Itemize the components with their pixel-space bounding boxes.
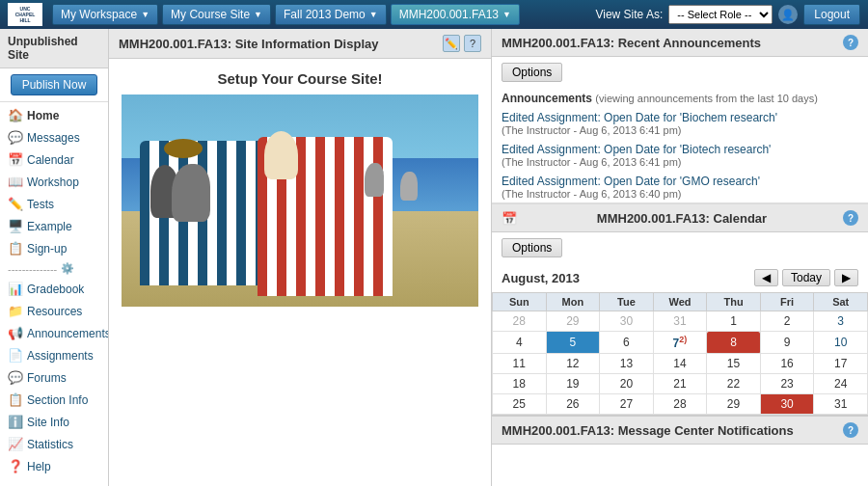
announcements-help-icon[interactable]: ? <box>843 35 858 50</box>
current-site-button[interactable]: MMH200.001.FA13 ▼ <box>391 4 520 25</box>
cal-cell-4-1[interactable]: 26 <box>546 394 600 415</box>
publish-now-button[interactable]: Publish Now <box>11 74 97 95</box>
calendar-next-button[interactable]: ▶ <box>834 269 858 286</box>
cal-cell-3-2[interactable]: 20 <box>600 374 654 394</box>
sidebar-item-label: Section Info <box>27 393 88 407</box>
sidebar-item-calendar[interactable]: 📅 Calendar <box>0 148 108 171</box>
sidebar-item-label: Messages <box>27 131 80 145</box>
role-select[interactable]: -- Select Role -- <box>668 5 773 24</box>
sidebar-item-example[interactable]: 🖥️ Example <box>0 215 108 237</box>
sidebar-item-help[interactable]: ❓ Help <box>0 455 108 477</box>
sidebar-item-label: Assignments <box>27 349 94 363</box>
announcement-meta-1: (The Instructor - Aug 6, 2013 6:41 pm) <box>502 124 858 136</box>
sidebar-header: Unpublished Site <box>0 29 108 68</box>
message-center-header: MMH200.001.FA13: Message Center Notifica… <box>492 415 868 445</box>
announcements-title: MMH200.001.FA13: Recent Announcements <box>502 36 761 50</box>
cal-cell-0-2[interactable]: 30 <box>600 311 654 332</box>
user-icon: 👤 <box>778 5 798 24</box>
sidebar-item-assignments[interactable]: 📄 Assignments <box>0 344 108 366</box>
sidebar-item-label: Gradebook <box>27 283 84 296</box>
announcements-subtext: (viewing announcements from the last 10 … <box>595 93 818 104</box>
announcements-section: MMH200.001.FA13: Recent Announcements ? … <box>492 29 868 204</box>
calendar-today-button[interactable]: Today <box>782 269 830 286</box>
cal-cell-1-6[interactable]: 10 <box>814 332 868 354</box>
cal-cell-2-4[interactable]: 15 <box>707 354 761 374</box>
help-info-icon[interactable]: ? <box>464 35 481 52</box>
cal-cell-1-0[interactable]: 4 <box>493 332 547 354</box>
assignments-icon: 📄 <box>8 348 23 363</box>
cal-cell-4-0[interactable]: 25 <box>493 394 547 415</box>
workspace-button[interactable]: My Workspace ▼ <box>52 4 158 25</box>
cal-cell-4-3[interactable]: 28 <box>653 394 707 415</box>
beach-image <box>122 94 478 307</box>
sidebar-item-section-info[interactable]: 📋 Section Info <box>0 389 108 411</box>
announcement-link-3[interactable]: Edited Assignment: Open Date for 'GMO re… <box>502 175 760 188</box>
cal-cell-3-1[interactable]: 19 <box>546 374 600 394</box>
calendar-help-icon[interactable]: ? <box>843 210 858 226</box>
announcements-label: Announcements <box>502 92 592 105</box>
sidebar-item-site-info[interactable]: ℹ️ Site Info <box>0 411 108 433</box>
sidebar-item-gradebook[interactable]: 📊 Gradebook <box>0 278 108 300</box>
sidebar-item-label: Workshop <box>27 176 79 189</box>
cal-cell-0-6[interactable]: 3 <box>814 311 868 332</box>
sidebar-item-statistics[interactable]: 📈 Statistics <box>0 433 108 455</box>
sidebar-item-resources[interactable]: 📁 Resources <box>0 300 108 322</box>
cal-cell-1-1[interactable]: 5 <box>546 332 600 354</box>
calendar-icon-header: 📅 <box>502 211 517 226</box>
sidebar-item-label: Example <box>27 220 72 233</box>
cal-cell-0-4[interactable]: 1 <box>707 311 761 332</box>
cal-cell-3-6[interactable]: 24 <box>814 374 868 394</box>
edit-icon[interactable]: ✏️ <box>443 35 460 52</box>
cal-cell-4-4[interactable]: 29 <box>707 394 761 415</box>
cal-cell-1-4[interactable]: 8 <box>707 332 761 354</box>
calendar-prev-button[interactable]: ◀ <box>754 269 778 286</box>
cal-cell-4-6[interactable]: 31 <box>814 394 868 415</box>
cal-cell-1-2[interactable]: 6 <box>600 332 654 354</box>
calendar-options-button[interactable]: Options <box>502 238 562 257</box>
announcement-item-1: Edited Assignment: Open Date for 'Bioche… <box>492 107 868 139</box>
my-course-site-button[interactable]: My Course Site ▼ <box>162 4 271 25</box>
sidebar-item-workshop[interactable]: 📖 Workshop <box>0 171 108 193</box>
cal-cell-0-1[interactable]: 29 <box>546 311 600 332</box>
section-info-icon: 📋 <box>8 392 23 407</box>
sidebar-item-messages[interactable]: 💬 Messages <box>0 126 108 148</box>
sidebar-item-forums[interactable]: 💬 Forums <box>0 366 108 389</box>
current-site-label: MMH200.001.FA13 <box>399 8 499 21</box>
cal-cell-1-3[interactable]: 72) <box>653 332 707 354</box>
cal-cell-2-1[interactable]: 12 <box>546 354 600 374</box>
cal-cell-2-5[interactable]: 16 <box>760 354 814 374</box>
cal-cell-4-5[interactable]: 30 <box>760 394 814 415</box>
gradebook-icon: 📊 <box>8 282 23 296</box>
cal-cell-1-5[interactable]: 9 <box>760 332 814 354</box>
cal-cell-0-0[interactable]: 28 <box>493 311 547 332</box>
calendar-week-3: 18192021222324 <box>493 374 868 394</box>
demo-button[interactable]: Fall 2013 Demo ▼ <box>275 4 387 25</box>
person4 <box>365 163 384 197</box>
cal-cell-2-6[interactable]: 17 <box>814 354 868 374</box>
cal-cell-0-3[interactable]: 31 <box>653 311 707 332</box>
sidebar-item-label: Tests <box>27 198 54 211</box>
cal-cell-3-5[interactable]: 23 <box>760 374 814 394</box>
workspace-caret-icon: ▼ <box>141 10 149 19</box>
sidebar-item-tests[interactable]: ✏️ Tests <box>0 193 108 215</box>
right-panel: MMH200.001.FA13: Recent Announcements ? … <box>492 29 868 486</box>
cal-cell-3-4[interactable]: 22 <box>707 374 761 394</box>
logout-button[interactable]: Logout <box>803 4 860 25</box>
sidebar-item-announcements[interactable]: 📢 Announcements <box>0 322 108 344</box>
sidebar-item-signup[interactable]: 📋 Sign-up <box>0 237 108 259</box>
separator-icon: ⚙️ <box>61 262 74 275</box>
announcements-icon: 📢 <box>8 326 23 340</box>
cal-cell-2-3[interactable]: 14 <box>653 354 707 374</box>
setup-title: Setup Your Course Site! <box>109 59 491 94</box>
cal-cell-4-2[interactable]: 27 <box>600 394 654 415</box>
cal-cell-0-5[interactable]: 2 <box>760 311 814 332</box>
cal-cell-3-0[interactable]: 18 <box>493 374 547 394</box>
cal-cell-3-3[interactable]: 21 <box>653 374 707 394</box>
sidebar-item-home[interactable]: 🏠 Home <box>0 104 108 126</box>
announcement-link-1[interactable]: Edited Assignment: Open Date for 'Bioche… <box>502 111 777 124</box>
announcement-link-2[interactable]: Edited Assignment: Open Date for 'Biotec… <box>502 143 771 156</box>
announcements-options-button[interactable]: Options <box>502 63 562 82</box>
message-center-help-icon[interactable]: ? <box>843 422 858 438</box>
cal-cell-2-2[interactable]: 13 <box>600 354 654 374</box>
cal-cell-2-0[interactable]: 11 <box>493 354 547 374</box>
